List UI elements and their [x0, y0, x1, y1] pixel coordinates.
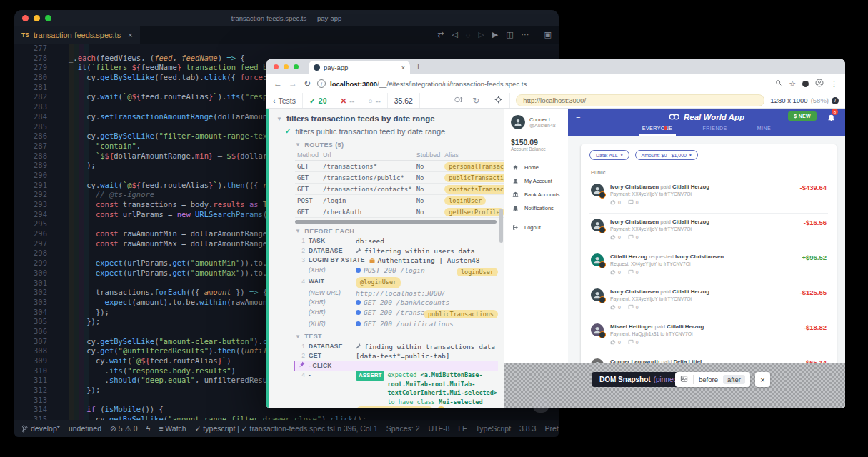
sidebar-item-bank-accounts[interactable]: Bank Accounts — [504, 188, 568, 201]
maximize-window-button[interactable] — [294, 64, 299, 69]
reload-icon[interactable]: ↻ — [304, 79, 311, 89]
comment-icon[interactable] — [628, 304, 634, 310]
command-row[interactable]: 3LOGIN BY XSTATEAuthenticating | Austen4… — [295, 256, 498, 266]
statusbar-item[interactable]: LF — [458, 424, 467, 433]
statusbar-item[interactable]: ≡ Watch — [159, 424, 186, 433]
amount-filter-button[interactable]: Amount: $0 - $1,000▾ — [635, 150, 698, 160]
back-icon[interactable]: ← — [274, 79, 282, 89]
cypress-command-log[interactable]: ▼ filters transaction feeds by date rang… — [266, 109, 504, 408]
comment-icon[interactable] — [628, 339, 634, 345]
command-row[interactable]: 4WAIT@loginUser — [295, 277, 498, 288]
zoom-icon[interactable] — [775, 79, 782, 88]
command-row[interactable]: (XHR)GET 200 /transactions/publicpublicT… — [295, 308, 498, 320]
restart-tests-icon[interactable]: ↻ — [472, 96, 479, 106]
new-tab-button[interactable]: + — [416, 61, 421, 71]
command-row[interactable]: (NEW URL)http://localhost:3000/ — [295, 288, 498, 298]
statusbar-item[interactable]: develop* — [21, 424, 60, 433]
close-window-button[interactable] — [274, 64, 279, 69]
sidebar-item-logout[interactable]: Logout — [504, 221, 568, 234]
command-row[interactable]: (XHR)POST 200 /loginloginUser — [295, 266, 498, 278]
new-transaction-button[interactable]: $ NEW — [788, 111, 817, 121]
collapse-caret-icon[interactable]: ▼ — [295, 228, 301, 234]
command-row[interactable]: 1DATABASEfinding within transactions dat… — [295, 342, 498, 352]
like-icon[interactable] — [610, 234, 616, 240]
editor-action-icon[interactable]: ⇄ — [437, 30, 444, 39]
command-row[interactable]: 5WAIT@publicTransactions1 — [295, 406, 498, 408]
app-url-field[interactable]: http://localhost:3000/ — [516, 94, 764, 106]
unpin-snapshot-button[interactable]: × — [755, 372, 770, 387]
statusbar-item[interactable]: Prettier — [544, 424, 559, 433]
command-row[interactable]: 4- ASSERTexpected <a.MuiButtonBase-root.… — [295, 371, 498, 406]
statusbar-item[interactable]: ϟ — [146, 424, 151, 433]
browser-tab[interactable]: pay-app × — [309, 61, 410, 74]
url-bar[interactable]: i localhost:3000/__/#/tests/integration/… — [317, 79, 769, 88]
minimize-window-button[interactable] — [284, 64, 289, 69]
like-icon[interactable] — [610, 304, 616, 310]
feed-tab-everyone[interactable]: EVERYONE — [639, 125, 676, 136]
selector-playground-icon[interactable] — [487, 93, 510, 108]
command-row[interactable]: 1TASKdb:seed — [295, 236, 498, 246]
routes-section-header[interactable]: ▼ ROUTES (5) — [295, 139, 498, 150]
notifications-bell-icon[interactable]: 8 — [827, 111, 835, 124]
command-row[interactable]: (XHR)GET 200 /notifications — [295, 319, 498, 329]
editor-action-icon[interactable]: ◁ — [452, 30, 457, 39]
comment-icon[interactable] — [628, 269, 634, 275]
feed-tab-friends[interactable]: FRIENDS — [700, 125, 730, 136]
viewport-info-icon[interactable]: i — [832, 97, 839, 104]
editor-action-icon[interactable]: ▷ — [478, 30, 484, 39]
menu-icon[interactable]: ≡ — [576, 113, 580, 121]
statusbar-item[interactable]: ⊘ 5 ⚠ 0 — [110, 424, 138, 433]
editor-action-icon[interactable]: ◌ — [466, 31, 471, 39]
like-icon[interactable] — [610, 339, 616, 345]
statusbar-item[interactable]: undefined — [69, 424, 101, 433]
viewport-scale-icon[interactable] — [454, 96, 464, 105]
profile-avatar-icon[interactable] — [815, 79, 824, 89]
snapshot-image-icon[interactable] — [680, 375, 688, 384]
comment-icon[interactable] — [628, 199, 634, 205]
extension-icon[interactable] — [802, 81, 809, 87]
statusbar-item[interactable]: 3.8.3 — [519, 424, 536, 433]
forward-icon[interactable]: → — [289, 79, 297, 89]
statusbar-item[interactable]: Ln 396, Col 1 — [333, 424, 377, 433]
close-tab-icon[interactable]: × — [128, 31, 132, 39]
statusbar-item[interactable]: TypeScript — [476, 424, 512, 433]
command-row[interactable]: 2GET[data-test*=public-tab] — [295, 351, 498, 361]
horizontal-scrollbar[interactable] — [295, 220, 497, 224]
like-icon[interactable] — [610, 269, 616, 275]
before-each-section-header[interactable]: ▼ BEFORE EACH — [295, 226, 498, 236]
transaction-row[interactable]: Misael Hettinger paid Citlalli HerzogPay… — [589, 318, 828, 353]
snapshot-before-button[interactable]: before — [699, 376, 718, 383]
statusbar-item[interactable]: Spaces: 2 — [386, 424, 420, 433]
feed-tab-mine[interactable]: MINE — [754, 125, 774, 136]
copy-layout-icon[interactable]: ▣ — [544, 30, 552, 39]
editor-action-icon[interactable]: ◫ — [506, 30, 513, 39]
pin-icon[interactable] — [299, 361, 305, 368]
statusbar-item[interactable]: UTF-8 — [428, 424, 449, 433]
transaction-row[interactable]: Ivory Christiansen paid Citlalli HerzogP… — [589, 214, 828, 248]
command-row[interactable]: (XHR)GET 200 /bankAccounts — [295, 298, 498, 308]
suite-header[interactable]: ▼ filters transaction feeds by date rang… — [276, 112, 504, 125]
site-info-icon[interactable]: i — [317, 79, 326, 88]
statusbar-item[interactable]: ✓ typescript | ✓ transaction-feeds.spec.… — [195, 424, 334, 433]
browser-window-controls[interactable] — [274, 64, 299, 69]
date-filter-button[interactable]: Date: ALL▾ — [589, 150, 629, 160]
transaction-row[interactable]: Conner Langworth paid Delta LittelPaymen… — [589, 353, 828, 363]
comment-icon[interactable] — [628, 234, 634, 240]
close-tab-icon[interactable]: × — [401, 64, 405, 71]
vertical-scrollbar[interactable] — [499, 209, 503, 243]
browser-menu-icon[interactable]: ⋮ — [830, 79, 838, 89]
collapse-caret-icon[interactable]: ▼ — [276, 116, 282, 122]
sidebar-item-notifications[interactable]: Notifications — [504, 201, 568, 215]
back-to-tests-link[interactable]: ‹ Tests — [266, 93, 303, 108]
transaction-row[interactable]: Citlalli Herzog requested Ivory Christia… — [589, 248, 828, 283]
collapse-caret-icon[interactable]: ▼ — [295, 333, 301, 340]
command-row[interactable]: - CLICK — [294, 361, 498, 371]
sidebar-item-home[interactable]: Home — [504, 161, 568, 174]
snapshot-after-button[interactable]: after — [723, 375, 745, 384]
editor-tab[interactable]: TS transaction-feeds.spec.ts × — [14, 26, 140, 44]
editor-action-icon[interactable]: ▶ — [492, 30, 498, 39]
editor-action-icon[interactable]: ⋯ — [522, 30, 529, 39]
sidebar-item-my-account[interactable]: My Account — [504, 174, 568, 188]
test-section-header[interactable]: ▼ TEST — [295, 331, 498, 342]
collapse-caret-icon[interactable]: ▼ — [295, 141, 301, 148]
